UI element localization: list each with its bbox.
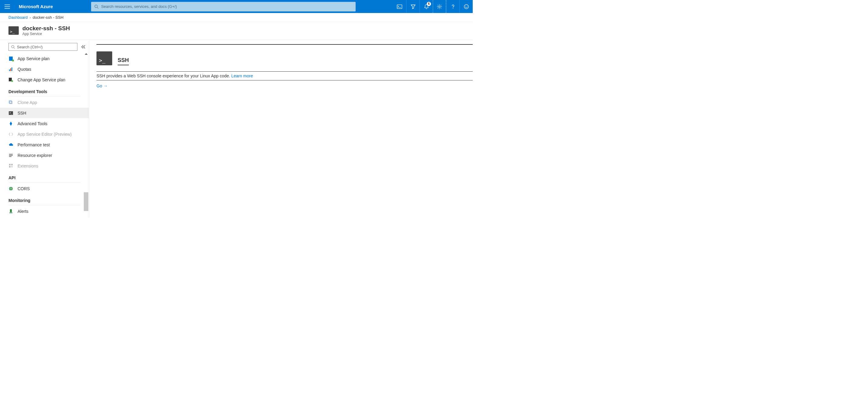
svg-rect-19 xyxy=(9,156,11,157)
sidebar-item-change-plan[interactable]: Change App Service plan xyxy=(0,74,89,85)
global-search-input[interactable]: Search resources, services, and docs (G+… xyxy=(91,2,356,11)
svg-rect-12 xyxy=(11,67,12,71)
sidebar-item-extensions[interactable]: Extensions xyxy=(0,160,89,171)
cloud-shell-button[interactable] xyxy=(393,0,406,13)
quotas-icon xyxy=(8,67,13,72)
resource-explorer-icon xyxy=(8,153,13,158)
search-icon xyxy=(11,45,15,49)
scroll-up-arrow-icon[interactable] xyxy=(85,53,88,55)
hamburger-icon xyxy=(4,4,10,9)
sidebar-search-input[interactable]: Search (Ctrl+/) xyxy=(8,43,78,51)
smiley-icon xyxy=(464,4,469,9)
cloud-shell-icon xyxy=(397,4,402,9)
change-plan-icon xyxy=(8,78,13,82)
svg-point-6 xyxy=(465,6,466,6)
settings-button[interactable] xyxy=(433,0,446,13)
global-search-wrap: Search resources, services, and docs (G+… xyxy=(58,2,389,11)
svg-rect-10 xyxy=(9,69,10,71)
ssh-description-row: SSH provides a Web SSH console experienc… xyxy=(96,71,473,81)
svg-rect-22 xyxy=(9,166,10,167)
sidebar-item-label: Advanced Tools xyxy=(18,121,48,126)
search-icon xyxy=(94,4,99,9)
sidebar-item-ssh[interactable]: >_ SSH xyxy=(0,107,89,118)
sidebar-search-placeholder: Search (Ctrl+/) xyxy=(17,45,43,49)
main-content: >_ SSH SSH provides a Web SSH console ex… xyxy=(89,40,473,218)
filter-icon xyxy=(410,4,416,9)
divider xyxy=(8,205,81,205)
advanced-tools-icon xyxy=(8,121,13,126)
chevron-double-left-icon xyxy=(81,45,86,49)
sidebar-item-alerts[interactable]: Alerts xyxy=(0,206,89,216)
help-icon xyxy=(450,4,456,9)
global-search-placeholder: Search resources, services, and docs (G+… xyxy=(101,4,177,9)
brand-label[interactable]: Microsoft Azure xyxy=(14,4,58,9)
notifications-button[interactable]: 6 xyxy=(420,0,433,13)
extensions-icon xyxy=(8,163,13,168)
sidebar: Search (Ctrl+/) App Service plan Quotas … xyxy=(0,40,89,218)
svg-rect-2 xyxy=(397,4,402,8)
svg-rect-17 xyxy=(9,154,13,154)
sidebar-item-cors[interactable]: CORS xyxy=(0,183,89,194)
go-link[interactable]: Go→ xyxy=(96,84,108,88)
sidebar-item-label: CORS xyxy=(18,186,30,191)
sidebar-item-performance-test[interactable]: Performance test xyxy=(0,140,89,150)
sidebar-item-label: Clone App xyxy=(18,100,37,105)
sidebar-item-app-service-plan[interactable]: App Service plan xyxy=(0,53,89,64)
breadcrumb-root[interactable]: Dashboard xyxy=(8,15,28,20)
terminal-icon: >_ xyxy=(96,52,112,65)
sidebar-item-label: Extensions xyxy=(18,163,38,168)
svg-rect-11 xyxy=(10,68,11,71)
go-label: Go xyxy=(96,84,102,88)
svg-rect-15 xyxy=(10,101,12,104)
svg-rect-18 xyxy=(9,155,13,156)
top-bar: Microsoft Azure Search resources, servic… xyxy=(0,0,473,13)
page-title: docker-ssh - SSH xyxy=(22,25,70,32)
ssh-heading-block: >_ SSH xyxy=(96,52,473,65)
sidebar-section-api: API xyxy=(0,171,89,181)
clone-icon xyxy=(8,100,13,105)
page-header: >_ docker-ssh - SSH App Service xyxy=(0,22,473,40)
divider xyxy=(8,96,81,96)
svg-line-9 xyxy=(14,48,15,49)
sidebar-item-quotas[interactable]: Quotas xyxy=(0,64,89,74)
menu-button[interactable] xyxy=(0,0,14,13)
svg-point-0 xyxy=(95,5,98,7)
sidebar-item-label: Resource explorer xyxy=(18,153,52,158)
cors-icon xyxy=(8,186,13,191)
svg-rect-24 xyxy=(10,209,12,212)
alerts-icon xyxy=(8,209,13,214)
svg-point-8 xyxy=(11,45,14,48)
svg-line-1 xyxy=(97,7,99,8)
breadcrumb-current: docker-ssh - SSH xyxy=(33,15,63,20)
svg-rect-16 xyxy=(9,101,11,103)
cloud-icon xyxy=(8,143,13,147)
sidebar-item-app-service-editor[interactable]: App Service Editor (Preview) xyxy=(0,129,89,140)
sidebar-item-label: App Service plan xyxy=(18,56,50,61)
learn-more-link[interactable]: Learn more xyxy=(231,73,253,78)
sidebar-item-label: Performance test xyxy=(18,143,50,147)
scrollbar-thumb[interactable] xyxy=(84,192,88,211)
sidebar-item-label: Quotas xyxy=(18,67,31,72)
svg-point-4 xyxy=(453,8,453,8)
sidebar-item-label: Alerts xyxy=(18,209,28,214)
sidebar-item-label: SSH xyxy=(18,111,26,116)
divider xyxy=(96,44,473,45)
terminal-icon: >_ xyxy=(8,111,13,116)
sidebar-item-clone-app[interactable]: Clone App xyxy=(0,97,89,107)
terminal-icon: >_ xyxy=(8,26,19,35)
sidebar-item-resource-explorer[interactable]: Resource explorer xyxy=(0,150,89,160)
feedback-button[interactable] xyxy=(459,0,473,13)
sidebar-item-label: Change App Service plan xyxy=(18,78,65,82)
svg-rect-20 xyxy=(9,164,10,165)
help-button[interactable] xyxy=(446,0,459,13)
notification-badge: 6 xyxy=(427,2,431,6)
ssh-description: SSH provides a Web SSH console experienc… xyxy=(96,73,231,78)
topbar-icons: 6 xyxy=(393,0,473,13)
svg-point-7 xyxy=(467,6,467,6)
app-service-plan-icon xyxy=(8,56,13,61)
directory-filter-button[interactable] xyxy=(406,0,420,13)
breadcrumb: Dashboard › docker-ssh - SSH xyxy=(0,13,473,22)
sidebar-item-advanced-tools[interactable]: Advanced Tools xyxy=(0,118,89,129)
gear-icon xyxy=(437,4,442,9)
collapse-sidebar-button[interactable] xyxy=(81,44,86,49)
